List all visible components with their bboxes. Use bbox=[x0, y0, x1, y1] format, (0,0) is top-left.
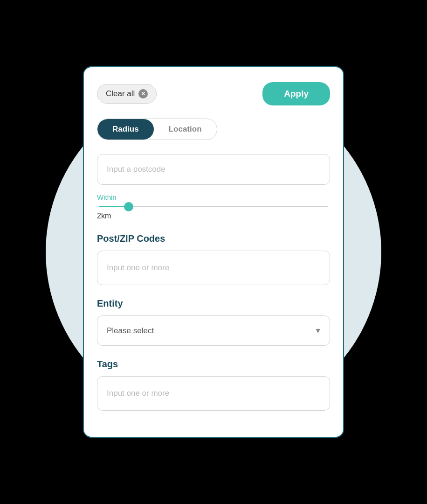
filter-panel: Clear all ✕ Apply Radius Location Within… bbox=[83, 66, 344, 438]
tags-input[interactable]: Input one or more bbox=[97, 376, 330, 411]
clear-all-label: Clear all bbox=[106, 89, 135, 98]
entity-select[interactable]: Please select Option 1 Option 2 Option 3 bbox=[97, 315, 330, 346]
postzip-input[interactable]: Input one or more bbox=[97, 251, 330, 285]
tags-title: Tags bbox=[97, 359, 330, 370]
slider-value: 2km bbox=[97, 212, 330, 220]
tab-location[interactable]: Location bbox=[154, 119, 217, 140]
clear-all-icon: ✕ bbox=[138, 89, 148, 98]
apply-button[interactable]: Apply bbox=[262, 82, 330, 105]
tab-toggle: Radius Location bbox=[97, 119, 217, 140]
entity-title: Entity bbox=[97, 298, 330, 309]
tab-radius[interactable]: Radius bbox=[97, 119, 154, 140]
postcode-input[interactable] bbox=[97, 154, 330, 185]
slider-thumb[interactable] bbox=[124, 202, 133, 211]
within-label: Within bbox=[97, 193, 330, 201]
postzip-title: Post/ZIP Codes bbox=[97, 233, 330, 244]
action-row: Clear all ✕ Apply bbox=[97, 82, 330, 105]
entity-select-wrapper: Please select Option 1 Option 2 Option 3… bbox=[97, 315, 330, 346]
clear-all-button[interactable]: Clear all ✕ bbox=[97, 84, 157, 104]
slider-track bbox=[99, 206, 328, 207]
slider-container bbox=[97, 206, 330, 207]
